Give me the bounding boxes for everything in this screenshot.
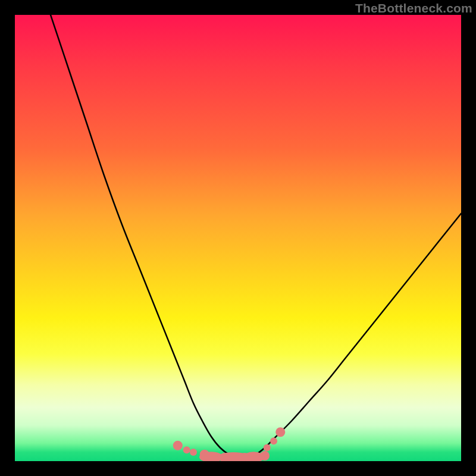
bottleneck-curve [51,15,461,458]
marker-point [270,437,277,444]
plot-area [15,15,461,461]
marker-point [190,449,197,456]
chart-frame: TheBottleneck.com [0,0,476,476]
marker-point [264,444,271,452]
chart-svg [15,15,461,461]
marker-point [173,441,183,450]
marker-point [275,427,285,437]
watermark-text: TheBottleneck.com [355,1,472,15]
marker-point [183,446,190,453]
